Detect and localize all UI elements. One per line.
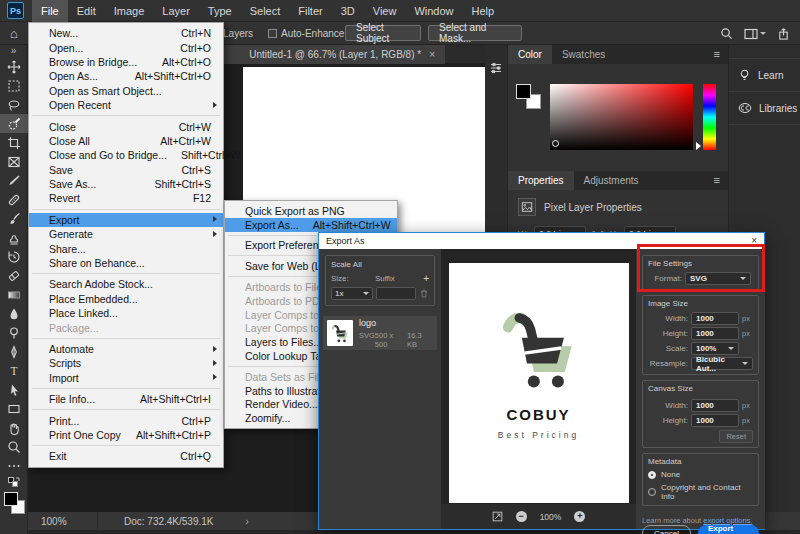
menubar-item[interactable]: Type	[199, 0, 241, 22]
tool-path-select[interactable]	[0, 380, 28, 399]
menu-item[interactable]: Open As... Alt+Shift+Ctrl+O	[29, 69, 223, 83]
tool-lasso[interactable]	[0, 95, 28, 114]
canvas-height-input[interactable]: 1000	[691, 414, 739, 427]
saturation-brightness-field[interactable]	[550, 84, 693, 150]
panel-tab[interactable]: Properties	[508, 171, 574, 190]
export-all-button[interactable]: Export All...	[698, 525, 759, 534]
zoom-out-icon[interactable]: −	[516, 511, 527, 522]
canvas-width-input[interactable]: 1000	[691, 399, 739, 412]
menu-item[interactable]: Close and Go to Bridge... Shift+Ctrl+W	[29, 148, 223, 162]
hue-slider[interactable]	[703, 84, 716, 150]
menu-item[interactable]: Package...	[29, 320, 223, 334]
panel-tab[interactable]: Adjustments	[574, 171, 649, 190]
menubar-item[interactable]: View	[364, 0, 406, 22]
menu-item[interactable]: Scripts	[29, 356, 223, 370]
tool-frame[interactable]	[0, 152, 28, 171]
menubar-item[interactable]: Layer	[153, 0, 199, 22]
tool-dodge[interactable]	[0, 323, 28, 342]
status-chevron-icon[interactable]: ›	[246, 516, 249, 527]
menu-item[interactable]: Quick Export as PNG	[225, 204, 397, 218]
tool-healing-brush[interactable]	[0, 190, 28, 209]
tool-marquee[interactable]	[0, 76, 28, 95]
panel-menu-icon[interactable]: ≡	[714, 45, 720, 64]
libraries-panel-button[interactable]: Libraries	[729, 92, 800, 125]
tool-gradient[interactable]	[0, 285, 28, 304]
close-dialog-icon[interactable]: ×	[751, 236, 757, 246]
menu-item[interactable]: Share on Behance...	[29, 256, 223, 270]
tool-history-brush[interactable]	[0, 247, 28, 266]
resample-select[interactable]: Bicubic Aut...	[691, 357, 753, 370]
menubar-item[interactable]: Window	[405, 0, 462, 22]
menu-item[interactable]: Close Ctrl+W	[29, 119, 223, 133]
tool-eyedropper[interactable]	[0, 171, 28, 190]
panel-menu-icon[interactable]: ≡	[714, 171, 720, 190]
menu-item[interactable]: Open... Ctrl+O	[29, 40, 223, 54]
tool-type[interactable]: T	[0, 361, 28, 380]
menu-item[interactable]: Export As... Alt+Shift+Ctrl+W	[225, 218, 397, 232]
tool-eraser[interactable]	[0, 266, 28, 285]
menu-item[interactable]: Automate	[29, 342, 223, 356]
menu-item[interactable]: Generate	[29, 227, 223, 241]
menu-item[interactable]: Export	[29, 213, 223, 227]
reset-button[interactable]: Reset	[719, 430, 753, 443]
tool-crop[interactable]	[0, 133, 28, 152]
tool-quick-selection[interactable]	[0, 114, 28, 133]
tool-zoom[interactable]	[0, 437, 28, 456]
image-height-input[interactable]: 1000	[691, 327, 739, 340]
export-layer-item[interactable]: logo SVG 500 x 500 16.3 KB	[323, 316, 437, 350]
foreground-color-swatch[interactable]	[516, 84, 531, 99]
menubar-item[interactable]: Select	[241, 0, 290, 22]
format-select[interactable]: SVG	[685, 272, 751, 285]
metadata-radio[interactable]: Copyright and Contact Info	[648, 483, 753, 501]
foreground-color-swatch[interactable]	[4, 492, 18, 506]
select-subject-button[interactable]: Select Subject	[345, 25, 421, 41]
panel-tab[interactable]: Color	[508, 45, 552, 64]
cancel-button[interactable]: Cancel	[642, 525, 691, 534]
menubar-item[interactable]: Image	[105, 0, 154, 22]
default-colors-icon[interactable]	[7, 475, 21, 489]
menu-item[interactable]: Browse in Bridge... Alt+Ctrl+O	[29, 55, 223, 69]
menu-item[interactable]: Save Ctrl+S	[29, 163, 223, 177]
zoom-level-field[interactable]: 100%	[28, 512, 98, 530]
tool-hand[interactable]	[0, 418, 28, 437]
menu-item[interactable]: File Info... Alt+Shift+Ctrl+I	[29, 392, 223, 406]
menu-item[interactable]: Exit Ctrl+Q	[29, 449, 223, 463]
menu-item[interactable]: Close All Alt+Ctrl+W	[29, 134, 223, 148]
delete-scale-icon[interactable]	[419, 288, 429, 299]
menu-item[interactable]: Import	[29, 371, 223, 385]
zoom-in-icon[interactable]: +	[574, 511, 585, 522]
tool-pen[interactable]	[0, 342, 28, 361]
menu-item[interactable]: Save As... Shift+Ctrl+S	[29, 177, 223, 191]
close-tab-icon[interactable]: ×	[429, 49, 435, 60]
share-icon[interactable]	[777, 27, 790, 41]
tool-brush[interactable]	[0, 209, 28, 228]
panel-tab[interactable]: Swatches	[552, 45, 615, 64]
preview-canvas[interactable]: COBUY Best Pricing	[449, 263, 629, 503]
menu-item[interactable]: Open as Smart Object...	[29, 84, 223, 98]
learn-panel-button[interactable]: Learn	[729, 59, 800, 92]
menubar-item[interactable]: File	[32, 0, 68, 22]
auto-enhance-checkbox[interactable]: Auto-Enhance	[268, 22, 344, 45]
metadata-radio[interactable]: None	[648, 470, 753, 479]
size-select[interactable]: 1x	[331, 287, 373, 300]
menu-item[interactable]: Share...	[29, 241, 223, 255]
image-width-input[interactable]: 1000	[691, 312, 739, 325]
menubar-item[interactable]: Filter	[289, 0, 331, 22]
dialog-title-bar[interactable]: Export As ×	[319, 233, 764, 249]
menubar-item[interactable]: Help	[463, 0, 504, 22]
tool-clone-stamp[interactable]	[0, 228, 28, 247]
menu-item[interactable]: Revert F12	[29, 191, 223, 205]
menubar-item[interactable]: Edit	[68, 0, 105, 22]
workspace-switcher-icon[interactable]	[744, 28, 766, 40]
home-button[interactable]: ⌂	[0, 22, 28, 45]
menu-item[interactable]: Print One Copy Alt+Shift+Ctrl+P	[29, 428, 223, 442]
select-and-mask-button[interactable]: Select and Mask...	[428, 25, 522, 41]
tool-move[interactable]	[0, 57, 28, 76]
suffix-input[interactable]	[376, 287, 416, 300]
menu-item[interactable]: Place Embedded...	[29, 292, 223, 306]
menu-item[interactable]: Place Linked...	[29, 306, 223, 320]
menu-item[interactable]: Open Recent	[29, 98, 223, 112]
menubar-item[interactable]: 3D	[332, 0, 364, 22]
collapse-toolbar-icon[interactable]: »	[11, 45, 17, 57]
tool-rectangle[interactable]	[0, 399, 28, 418]
